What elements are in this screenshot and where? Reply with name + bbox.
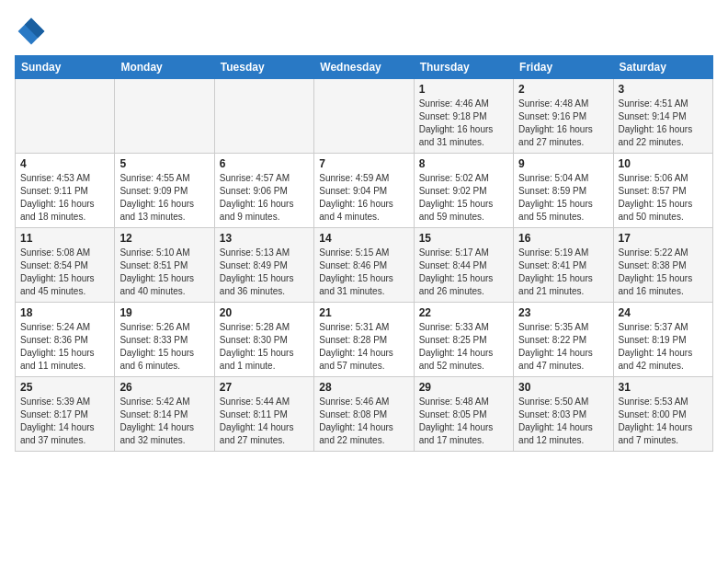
day-info: Sunrise: 5:31 AM Sunset: 8:28 PM Dayligh… bbox=[319, 321, 408, 373]
day-info: Sunrise: 4:48 AM Sunset: 9:16 PM Dayligh… bbox=[518, 98, 608, 149]
calendar-cell: 12Sunrise: 5:10 AM Sunset: 8:51 PM Dayli… bbox=[115, 228, 214, 303]
day-info: Sunrise: 5:33 AM Sunset: 8:25 PM Dayligh… bbox=[419, 321, 508, 373]
day-number: 4 bbox=[20, 157, 109, 170]
calendar-cell: 11Sunrise: 5:08 AM Sunset: 8:54 PM Dayli… bbox=[16, 228, 115, 303]
column-header-sunday: Sunday bbox=[16, 56, 115, 79]
day-number: 2 bbox=[518, 83, 608, 96]
calendar-cell: 16Sunrise: 5:19 AM Sunset: 8:41 PM Dayli… bbox=[514, 228, 613, 303]
calendar-cell: 29Sunrise: 5:48 AM Sunset: 8:05 PM Dayli… bbox=[414, 377, 513, 452]
day-number: 20 bbox=[220, 306, 309, 319]
day-info: Sunrise: 5:15 AM Sunset: 8:46 PM Dayligh… bbox=[319, 247, 408, 298]
column-header-friday: Friday bbox=[514, 56, 613, 79]
calendar-cell: 19Sunrise: 5:26 AM Sunset: 8:33 PM Dayli… bbox=[115, 303, 214, 377]
day-number: 9 bbox=[518, 157, 608, 170]
calendar-cell: 17Sunrise: 5:22 AM Sunset: 8:38 PM Dayli… bbox=[613, 228, 712, 303]
calendar-cell: 1Sunrise: 4:46 AM Sunset: 9:18 PM Daylig… bbox=[414, 79, 513, 154]
day-info: Sunrise: 5:48 AM Sunset: 8:05 PM Dayligh… bbox=[419, 396, 508, 447]
day-number: 26 bbox=[119, 381, 209, 394]
day-number: 23 bbox=[518, 306, 608, 319]
day-number: 31 bbox=[619, 381, 708, 394]
day-info: Sunrise: 4:59 AM Sunset: 9:04 PM Dayligh… bbox=[319, 172, 408, 224]
day-info: Sunrise: 5:28 AM Sunset: 8:30 PM Dayligh… bbox=[220, 321, 309, 373]
day-number: 22 bbox=[419, 306, 508, 319]
day-info: Sunrise: 4:51 AM Sunset: 9:14 PM Dayligh… bbox=[619, 98, 708, 149]
calendar-cell: 15Sunrise: 5:17 AM Sunset: 8:44 PM Dayli… bbox=[414, 228, 513, 303]
day-number: 15 bbox=[419, 232, 508, 245]
column-header-saturday: Saturday bbox=[613, 56, 712, 79]
calendar-week-row: 4Sunrise: 4:53 AM Sunset: 9:11 PM Daylig… bbox=[16, 154, 713, 228]
day-info: Sunrise: 4:57 AM Sunset: 9:06 PM Dayligh… bbox=[220, 172, 309, 224]
calendar-cell bbox=[214, 79, 313, 154]
day-info: Sunrise: 5:06 AM Sunset: 8:57 PM Dayligh… bbox=[619, 172, 708, 224]
page-header bbox=[15, 15, 713, 48]
calendar-cell: 26Sunrise: 5:42 AM Sunset: 8:14 PM Dayli… bbox=[115, 377, 214, 452]
day-number: 28 bbox=[319, 381, 408, 394]
calendar-cell: 14Sunrise: 5:15 AM Sunset: 8:46 PM Dayli… bbox=[314, 228, 414, 303]
day-info: Sunrise: 5:26 AM Sunset: 8:33 PM Dayligh… bbox=[119, 321, 209, 373]
calendar-cell: 21Sunrise: 5:31 AM Sunset: 8:28 PM Dayli… bbox=[314, 303, 414, 377]
calendar-cell: 24Sunrise: 5:37 AM Sunset: 8:19 PM Dayli… bbox=[613, 303, 712, 377]
day-number: 25 bbox=[20, 381, 109, 394]
day-number: 24 bbox=[619, 306, 708, 319]
day-info: Sunrise: 5:08 AM Sunset: 8:54 PM Dayligh… bbox=[20, 247, 109, 298]
calendar-cell: 13Sunrise: 5:13 AM Sunset: 8:49 PM Dayli… bbox=[214, 228, 313, 303]
day-number: 16 bbox=[518, 232, 608, 245]
calendar-cell: 30Sunrise: 5:50 AM Sunset: 8:03 PM Dayli… bbox=[514, 377, 613, 452]
day-info: Sunrise: 5:46 AM Sunset: 8:08 PM Dayligh… bbox=[319, 396, 408, 447]
day-number: 13 bbox=[220, 232, 309, 245]
calendar-cell: 25Sunrise: 5:39 AM Sunset: 8:17 PM Dayli… bbox=[16, 377, 115, 452]
day-info: Sunrise: 5:10 AM Sunset: 8:51 PM Dayligh… bbox=[119, 247, 209, 298]
calendar-cell: 9Sunrise: 5:04 AM Sunset: 8:59 PM Daylig… bbox=[514, 154, 613, 228]
day-number: 12 bbox=[119, 232, 209, 245]
day-number: 29 bbox=[419, 381, 508, 394]
calendar-week-row: 18Sunrise: 5:24 AM Sunset: 8:36 PM Dayli… bbox=[16, 303, 713, 377]
column-header-thursday: Thursday bbox=[414, 56, 513, 79]
calendar-cell: 10Sunrise: 5:06 AM Sunset: 8:57 PM Dayli… bbox=[613, 154, 712, 228]
calendar-cell: 27Sunrise: 5:44 AM Sunset: 8:11 PM Dayli… bbox=[214, 377, 313, 452]
day-number: 10 bbox=[619, 157, 708, 170]
calendar-week-row: 1Sunrise: 4:46 AM Sunset: 9:18 PM Daylig… bbox=[16, 79, 713, 154]
day-info: Sunrise: 5:53 AM Sunset: 8:00 PM Dayligh… bbox=[619, 396, 708, 447]
day-info: Sunrise: 5:04 AM Sunset: 8:59 PM Dayligh… bbox=[518, 172, 608, 224]
calendar-table: SundayMondayTuesdayWednesdayThursdayFrid… bbox=[15, 55, 713, 452]
day-number: 6 bbox=[220, 157, 309, 170]
calendar-cell: 5Sunrise: 4:55 AM Sunset: 9:09 PM Daylig… bbox=[115, 154, 214, 228]
calendar-cell: 3Sunrise: 4:51 AM Sunset: 9:14 PM Daylig… bbox=[613, 79, 712, 154]
logo-icon bbox=[15, 15, 48, 48]
day-info: Sunrise: 4:46 AM Sunset: 9:18 PM Dayligh… bbox=[419, 98, 508, 149]
calendar-cell: 23Sunrise: 5:35 AM Sunset: 8:22 PM Dayli… bbox=[514, 303, 613, 377]
calendar-cell bbox=[115, 79, 214, 154]
column-header-tuesday: Tuesday bbox=[214, 56, 313, 79]
calendar-cell: 31Sunrise: 5:53 AM Sunset: 8:00 PM Dayli… bbox=[613, 377, 712, 452]
day-info: Sunrise: 5:35 AM Sunset: 8:22 PM Dayligh… bbox=[518, 321, 608, 373]
day-number: 18 bbox=[20, 306, 109, 319]
calendar-cell bbox=[16, 79, 115, 154]
calendar-week-row: 25Sunrise: 5:39 AM Sunset: 8:17 PM Dayli… bbox=[16, 377, 713, 452]
day-number: 21 bbox=[319, 306, 408, 319]
calendar-cell: 20Sunrise: 5:28 AM Sunset: 8:30 PM Dayli… bbox=[214, 303, 313, 377]
calendar-cell: 28Sunrise: 5:46 AM Sunset: 8:08 PM Dayli… bbox=[314, 377, 414, 452]
day-info: Sunrise: 5:13 AM Sunset: 8:49 PM Dayligh… bbox=[220, 247, 309, 298]
day-number: 1 bbox=[419, 83, 508, 96]
calendar-cell: 7Sunrise: 4:59 AM Sunset: 9:04 PM Daylig… bbox=[314, 154, 414, 228]
day-info: Sunrise: 4:55 AM Sunset: 9:09 PM Dayligh… bbox=[119, 172, 209, 224]
day-info: Sunrise: 5:50 AM Sunset: 8:03 PM Dayligh… bbox=[518, 396, 608, 447]
day-number: 8 bbox=[419, 157, 508, 170]
calendar-cell: 22Sunrise: 5:33 AM Sunset: 8:25 PM Dayli… bbox=[414, 303, 513, 377]
day-info: Sunrise: 4:53 AM Sunset: 9:11 PM Dayligh… bbox=[20, 172, 109, 224]
day-number: 17 bbox=[619, 232, 708, 245]
day-info: Sunrise: 5:42 AM Sunset: 8:14 PM Dayligh… bbox=[119, 396, 209, 447]
day-number: 11 bbox=[20, 232, 109, 245]
day-info: Sunrise: 5:22 AM Sunset: 8:38 PM Dayligh… bbox=[619, 247, 708, 298]
day-info: Sunrise: 5:39 AM Sunset: 8:17 PM Dayligh… bbox=[20, 396, 109, 447]
calendar-cell: 2Sunrise: 4:48 AM Sunset: 9:16 PM Daylig… bbox=[514, 79, 613, 154]
day-info: Sunrise: 5:24 AM Sunset: 8:36 PM Dayligh… bbox=[20, 321, 109, 373]
day-number: 27 bbox=[220, 381, 309, 394]
day-info: Sunrise: 5:37 AM Sunset: 8:19 PM Dayligh… bbox=[619, 321, 708, 373]
calendar-cell: 18Sunrise: 5:24 AM Sunset: 8:36 PM Dayli… bbox=[16, 303, 115, 377]
logo bbox=[15, 15, 51, 48]
day-number: 5 bbox=[119, 157, 209, 170]
day-number: 19 bbox=[119, 306, 209, 319]
calendar-cell: 4Sunrise: 4:53 AM Sunset: 9:11 PM Daylig… bbox=[16, 154, 115, 228]
calendar-cell: 6Sunrise: 4:57 AM Sunset: 9:06 PM Daylig… bbox=[214, 154, 313, 228]
